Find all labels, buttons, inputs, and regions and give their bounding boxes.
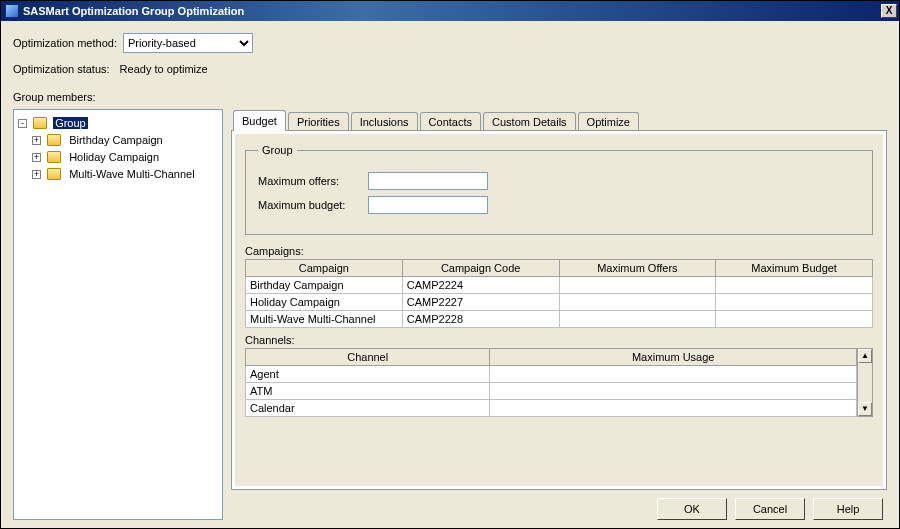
cell-max-budget[interactable]: [716, 277, 873, 294]
col-max-usage[interactable]: Maximum Usage: [490, 349, 857, 366]
cell-code[interactable]: CAMP2227: [402, 294, 559, 311]
channels-label: Channels:: [245, 334, 873, 346]
ok-button[interactable]: OK: [657, 498, 727, 520]
right-panel: Budget Priorities Inclusions Contacts Cu…: [231, 109, 887, 520]
tree-toggle-root[interactable]: -: [18, 119, 27, 128]
table-header-row: Channel Maximum Usage: [246, 349, 857, 366]
tab-content: Group Maximum offers: Maximum budget: Ca…: [231, 130, 887, 490]
tree-root[interactable]: - Group + Birthday Campaign +: [18, 114, 220, 182]
campaigns-table[interactable]: Campaign Campaign Code Maximum Offers Ma…: [245, 259, 873, 328]
opt-status-label: Optimization status:: [13, 63, 110, 75]
opt-status-value: Ready to optimize: [120, 63, 208, 75]
opt-method-select[interactable]: Priority-based: [123, 33, 253, 53]
cell-channel[interactable]: ATM: [246, 383, 490, 400]
cell-code[interactable]: CAMP2224: [402, 277, 559, 294]
tab-budget-panel: Group Maximum offers: Maximum budget: Ca…: [235, 134, 883, 486]
max-budget-label: Maximum budget:: [258, 199, 368, 211]
cell-max-budget[interactable]: [716, 311, 873, 328]
cancel-button[interactable]: Cancel: [735, 498, 805, 520]
folder-icon: [33, 117, 47, 129]
tree-item[interactable]: + Holiday Campaign: [32, 148, 220, 165]
max-offers-row: Maximum offers:: [258, 172, 860, 190]
tabstrip: Budget Priorities Inclusions Contacts Cu…: [231, 109, 887, 130]
table-row[interactable]: Multi-Wave Multi-Channel CAMP2228: [246, 311, 873, 328]
tree-item[interactable]: + Multi-Wave Multi-Channel: [32, 165, 220, 182]
cell-max-usage[interactable]: [490, 383, 857, 400]
cell-max-budget[interactable]: [716, 294, 873, 311]
table-row[interactable]: Holiday Campaign CAMP2227: [246, 294, 873, 311]
tree-item-label[interactable]: Holiday Campaign: [67, 151, 161, 163]
opt-method-label: Optimization method:: [13, 37, 117, 49]
opt-method-row: Optimization method: Priority-based: [13, 33, 887, 53]
group-members-label: Group members:: [13, 91, 887, 103]
tree-toggle[interactable]: +: [32, 170, 41, 179]
cell-campaign[interactable]: Multi-Wave Multi-Channel: [246, 311, 403, 328]
col-campaign-code[interactable]: Campaign Code: [402, 260, 559, 277]
table-row[interactable]: Calendar: [246, 400, 857, 417]
max-offers-input[interactable]: [368, 172, 488, 190]
titlebar: SASMart Optimization Group Optimization …: [1, 1, 899, 21]
main-area: - Group + Birthday Campaign +: [13, 109, 887, 520]
window-title: SASMart Optimization Group Optimization: [23, 5, 881, 17]
cell-code[interactable]: CAMP2228: [402, 311, 559, 328]
tab-optimize[interactable]: Optimize: [578, 112, 639, 131]
scroll-down-icon[interactable]: ▼: [858, 402, 872, 416]
cell-campaign[interactable]: Holiday Campaign: [246, 294, 403, 311]
tab-priorities[interactable]: Priorities: [288, 112, 349, 131]
table-row[interactable]: Agent: [246, 366, 857, 383]
channels-table[interactable]: Channel Maximum Usage Agent: [245, 348, 857, 417]
max-budget-row: Maximum budget:: [258, 196, 860, 214]
dialog-buttons: OK Cancel Help: [231, 490, 887, 520]
max-budget-input[interactable]: [368, 196, 488, 214]
col-max-offers[interactable]: Maximum Offers: [559, 260, 716, 277]
dialog-body: Optimization method: Priority-based Opti…: [1, 21, 899, 528]
folder-icon: [47, 151, 61, 163]
tree-item-label[interactable]: Birthday Campaign: [67, 134, 165, 146]
campaigns-label: Campaigns:: [245, 245, 873, 257]
tab-contacts[interactable]: Contacts: [420, 112, 481, 131]
channels-wrap: Channel Maximum Usage Agent: [245, 348, 873, 417]
cell-max-usage[interactable]: [490, 400, 857, 417]
table-header-row: Campaign Campaign Code Maximum Offers Ma…: [246, 260, 873, 277]
folder-icon: [47, 134, 61, 146]
channels-scrollbar[interactable]: ▲ ▼: [857, 348, 873, 417]
cell-max-offers[interactable]: [559, 277, 716, 294]
cell-max-usage[interactable]: [490, 366, 857, 383]
opt-status-row: Optimization status: Ready to optimize: [13, 63, 887, 75]
cell-campaign[interactable]: Birthday Campaign: [246, 277, 403, 294]
col-campaign[interactable]: Campaign: [246, 260, 403, 277]
folder-icon: [47, 168, 61, 180]
scroll-up-icon[interactable]: ▲: [858, 349, 872, 363]
tab-budget[interactable]: Budget: [233, 110, 286, 131]
dialog-window: SASMart Optimization Group Optimization …: [0, 0, 900, 529]
table-row[interactable]: ATM: [246, 383, 857, 400]
max-offers-label: Maximum offers:: [258, 175, 368, 187]
tab-inclusions[interactable]: Inclusions: [351, 112, 418, 131]
help-button[interactable]: Help: [813, 498, 883, 520]
tree-root-label[interactable]: Group: [53, 117, 88, 129]
cell-channel[interactable]: Calendar: [246, 400, 490, 417]
tree-item[interactable]: + Birthday Campaign: [32, 131, 220, 148]
group-legend: Group: [258, 144, 297, 156]
tree-toggle[interactable]: +: [32, 153, 41, 162]
table-row[interactable]: Birthday Campaign CAMP2224: [246, 277, 873, 294]
tree-toggle[interactable]: +: [32, 136, 41, 145]
group-fieldset: Group Maximum offers: Maximum budget:: [245, 144, 873, 235]
cell-channel[interactable]: Agent: [246, 366, 490, 383]
app-icon: [5, 4, 19, 18]
cell-max-offers[interactable]: [559, 311, 716, 328]
close-icon[interactable]: X: [881, 4, 897, 18]
col-max-budget[interactable]: Maximum Budget: [716, 260, 873, 277]
tab-custom-details[interactable]: Custom Details: [483, 112, 576, 131]
tree-item-label[interactable]: Multi-Wave Multi-Channel: [67, 168, 197, 180]
cell-max-offers[interactable]: [559, 294, 716, 311]
tree-panel[interactable]: - Group + Birthday Campaign +: [13, 109, 223, 520]
col-channel[interactable]: Channel: [246, 349, 490, 366]
